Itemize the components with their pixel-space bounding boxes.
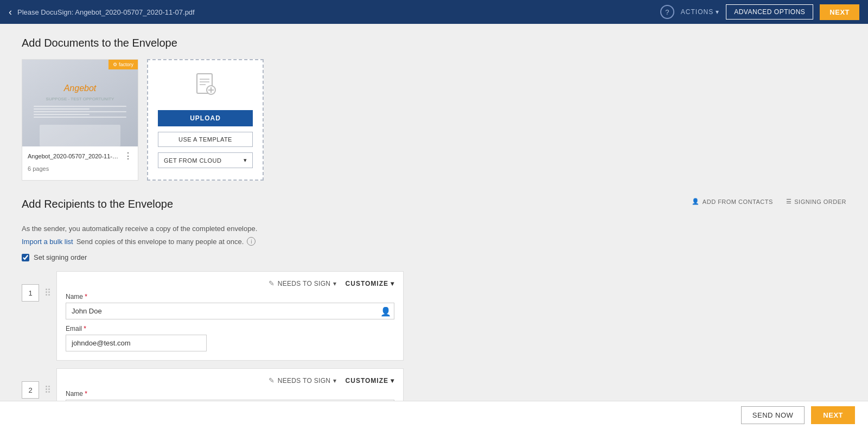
next-button-bottom[interactable]: NEXT: [811, 406, 855, 424]
customize-dropdown-icon-1: ▾: [391, 280, 394, 287]
doc-image-sim: ⚙ factory Angebot SUPPOSE - TEST OPPORTU…: [22, 60, 138, 146]
get-from-cloud-button[interactable]: GET FROM CLOUD ▾: [158, 152, 253, 168]
recipient-card-2-header: ✎ NEEDS TO SIGN ▾ CUSTOMIZE ▾: [66, 376, 394, 385]
bottom-bar: SEND NOW NEXT: [0, 401, 868, 429]
email-label-1: Email *: [66, 325, 394, 332]
doc-angebot-label: Angebot: [64, 84, 97, 93]
doc-badge: ⚙ factory: [108, 60, 138, 69]
doc-card-pages: 6 pages: [22, 165, 138, 176]
docs-row: ⚙ factory Angebot SUPPOSE - TEST OPPORTU…: [22, 59, 846, 181]
recipient-number-2: 2: [22, 381, 39, 399]
import-line: Import a bulk list Send copies of this e…: [22, 237, 846, 246]
send-now-button[interactable]: SEND NOW: [741, 406, 805, 424]
needs-to-sign-button-1[interactable]: ✎ NEEDS TO SIGN ▾: [269, 279, 336, 287]
docs-section-title: Add Documents to the Envelope: [22, 37, 846, 49]
topbar-right: ? ACTIONS ▾ ADVANCED OPTIONS NEXT: [660, 4, 859, 20]
recipient-1-name-row: 👤: [66, 303, 394, 319]
recipient-row-1: 1 ✎ NEEDS TO SIGN ▾: [22, 271, 846, 361]
pencil-icon-2: ✎: [269, 376, 275, 385]
recipient-number-1: 1: [22, 284, 39, 302]
recipients-section: Add Recipients to the Envelope 👤 ADD FRO…: [22, 198, 846, 429]
customize-dropdown-icon-2: ▾: [391, 377, 394, 385]
upload-box: UPLOAD USE A TEMPLATE GET FROM CLOUD ▾: [147, 59, 264, 181]
name-label-2: Name *: [66, 390, 394, 398]
person-search-button-1[interactable]: 👤: [380, 306, 391, 316]
customize-button-1[interactable]: CUSTOMIZE ▾: [346, 280, 394, 287]
topbar: ‹ Please DocuSign: Angebot_2020-05707_20…: [0, 0, 868, 24]
signing-order-label[interactable]: Set signing order: [34, 253, 87, 261]
actions-button[interactable]: ACTIONS ▾: [681, 8, 719, 16]
recipient-1-name-input[interactable]: [66, 303, 394, 319]
import-info-icon[interactable]: i: [247, 237, 256, 246]
doc-card-info: Angebot_2020-05707_2020-11-0... ⋮: [22, 146, 138, 165]
drag-handle-2[interactable]: [46, 386, 50, 393]
recipients-actions: 👤 ADD FROM CONTACTS ☰ SIGNING ORDER: [692, 198, 846, 205]
import-bulk-link[interactable]: Import a bulk list: [22, 238, 73, 246]
doc-card-name: Angebot_2020-05707_2020-11-0...: [28, 153, 120, 159]
pencil-icon-1: ✎: [269, 279, 275, 287]
topbar-left: ‹ Please DocuSign: Angebot_2020-05707_20…: [9, 7, 195, 18]
next-button-top[interactable]: NEXT: [820, 4, 859, 20]
action-dropdown-icon-1: ▾: [333, 280, 336, 287]
help-icon[interactable]: ?: [660, 5, 674, 19]
add-contact-icon: 👤: [692, 198, 700, 205]
doc-card: ⚙ factory Angebot SUPPOSE - TEST OPPORTU…: [22, 59, 138, 181]
main-content: Add Documents to the Envelope ⚙ factory …: [0, 24, 868, 429]
customize-button-2[interactable]: CUSTOMIZE ▾: [346, 377, 394, 385]
doc-more-button[interactable]: ⋮: [124, 151, 132, 161]
advanced-options-button[interactable]: ADVANCED OPTIONS: [726, 4, 813, 20]
name-label-1: Name *: [66, 293, 394, 300]
doc-thumbnail: ⚙ factory Angebot SUPPOSE - TEST OPPORTU…: [22, 60, 138, 146]
cloud-dropdown-icon: ▾: [244, 157, 247, 164]
recipients-section-title: Add Recipients to the Envelope: [22, 198, 173, 210]
back-button[interactable]: ‹: [9, 7, 12, 18]
drag-handle-1[interactable]: [46, 289, 50, 296]
signing-order-button[interactable]: ☰ SIGNING ORDER: [786, 198, 846, 205]
recipient-1-email-input[interactable]: [66, 335, 207, 351]
signing-order-checkbox[interactable]: [22, 254, 29, 261]
recipient-card-1: ✎ NEEDS TO SIGN ▾ CUSTOMIZE ▾ Name *: [56, 271, 404, 361]
use-template-button[interactable]: USE A TEMPLATE: [158, 132, 253, 147]
doc-lines: [34, 106, 126, 118]
recipient-card-1-header: ✎ NEEDS TO SIGN ▾ CUSTOMIZE ▾: [66, 279, 394, 287]
topbar-title: Please DocuSign: Angebot_2020-05707_2020…: [17, 8, 195, 16]
add-from-contacts-button[interactable]: 👤 ADD FROM CONTACTS: [692, 198, 773, 205]
upload-button[interactable]: UPLOAD: [158, 110, 253, 126]
upload-doc-icon: [193, 72, 219, 103]
action-dropdown-icon-2: ▾: [333, 377, 336, 385]
needs-to-sign-button-2[interactable]: ✎ NEEDS TO SIGN ▾: [269, 376, 336, 385]
recipients-header: Add Recipients to the Envelope 👤 ADD FRO…: [22, 198, 846, 220]
signing-order-icon: ☰: [786, 198, 792, 205]
signing-order-check: Set signing order: [22, 253, 846, 261]
recipients-description: As the sender, you automatically receive…: [22, 225, 846, 233]
